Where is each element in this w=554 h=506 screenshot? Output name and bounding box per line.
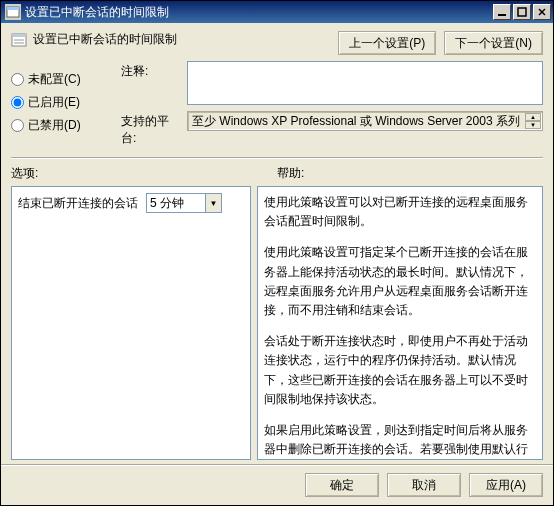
- policy-title: 设置已中断会话的时间限制: [33, 31, 177, 48]
- comment-textarea[interactable]: [187, 61, 543, 105]
- options-pane: 结束已断开连接的会话 ▼: [11, 186, 251, 460]
- ok-button[interactable]: 确定: [305, 473, 379, 497]
- divider: [11, 157, 543, 159]
- svg-rect-7: [12, 34, 26, 37]
- radio-not-configured[interactable]: 未配置(C): [11, 71, 111, 88]
- comment-label: 注释:: [121, 61, 181, 80]
- radio-not-configured-input[interactable]: [11, 73, 24, 86]
- help-text: 使用此策略设置可指定某个已断开连接的会话在服务器上能保持活动状态的最长时间。默认…: [264, 243, 536, 320]
- minimize-button[interactable]: [493, 4, 511, 20]
- end-disconnected-label: 结束已断开连接的会话: [18, 195, 138, 212]
- platform-scroll-up[interactable]: ▲: [525, 113, 541, 121]
- close-button[interactable]: [533, 4, 551, 20]
- window-title: 设置已中断会话的时间限制: [25, 4, 493, 21]
- options-section-label: 选项:: [11, 165, 277, 182]
- apply-button[interactable]: 应用(A): [469, 473, 543, 497]
- help-text: 使用此策略设置可以对已断开连接的远程桌面服务会话配置时间限制。: [264, 193, 536, 231]
- supported-platform-value: 至少 Windows XP Professional 或 Windows Ser…: [192, 113, 520, 130]
- cancel-button[interactable]: 取消: [387, 473, 461, 497]
- supported-platform-box: 至少 Windows XP Professional 或 Windows Ser…: [187, 111, 543, 131]
- radio-disabled-input[interactable]: [11, 119, 24, 132]
- previous-setting-button[interactable]: 上一个设置(P): [338, 31, 436, 55]
- svg-rect-3: [518, 8, 526, 16]
- end-disconnected-input[interactable]: [146, 193, 206, 213]
- radio-disabled[interactable]: 已禁用(D): [11, 117, 111, 134]
- titlebar: 设置已中断会话的时间限制: [1, 1, 553, 23]
- help-pane[interactable]: 使用此策略设置可以对已断开连接的远程桌面服务会话配置时间限制。 使用此策略设置可…: [257, 186, 543, 460]
- dialog-footer: 确定 取消 应用(A): [1, 464, 553, 505]
- platform-scroll-down[interactable]: ▼: [525, 121, 541, 129]
- svg-rect-2: [498, 14, 506, 16]
- help-text: 会话处于断开连接状态时，即使用户不再处于活动连接状态，运行中的程序仍保持活动。默…: [264, 332, 536, 409]
- state-radio-group: 未配置(C) 已启用(E) 已禁用(D): [11, 61, 111, 147]
- help-text: 如果启用此策略设置，则达到指定时间后将从服务器中删除已断开连接的会话。若要强制使…: [264, 421, 536, 460]
- svg-rect-1: [7, 7, 19, 10]
- radio-enabled-input[interactable]: [11, 96, 24, 109]
- end-disconnected-combo[interactable]: ▼: [146, 193, 222, 213]
- radio-enabled[interactable]: 已启用(E): [11, 94, 111, 111]
- help-section-label: 帮助:: [277, 165, 543, 182]
- chevron-down-icon[interactable]: ▼: [206, 193, 222, 213]
- next-setting-button[interactable]: 下一个设置(N): [444, 31, 543, 55]
- platform-label: 支持的平台:: [121, 111, 181, 147]
- maximize-button[interactable]: [513, 4, 531, 20]
- dialog-window: 设置已中断会话的时间限制 设置已中断会话的时间限制 上一个设置(P) 下一个设置…: [0, 0, 554, 506]
- policy-icon: [11, 32, 27, 48]
- app-icon: [5, 4, 21, 20]
- policy-header: 设置已中断会话的时间限制: [11, 31, 177, 48]
